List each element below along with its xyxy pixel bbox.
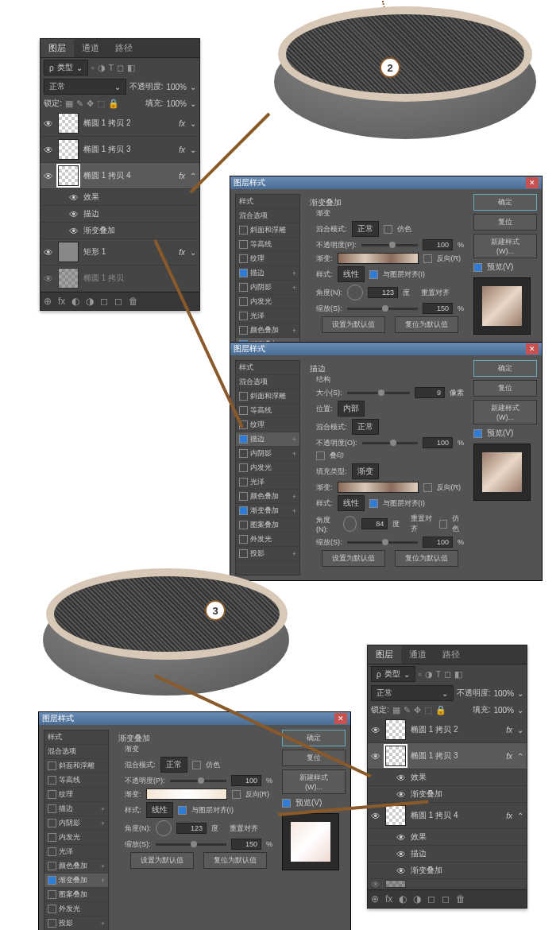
cancel-button[interactable]: 复位	[473, 214, 537, 231]
new-style-button[interactable]: 新建样式(W)...	[473, 234, 537, 258]
set-default-button[interactable]: 设置为默认值	[322, 316, 385, 333]
style-item[interactable]: 投影+	[44, 916, 108, 930]
tab-paths[interactable]: 路径	[107, 39, 141, 57]
layer-effect[interactable]: 👁渐变叠加	[41, 223, 199, 239]
filter-type[interactable]: ρ类型⌄	[371, 666, 415, 682]
style-item[interactable]: 斜面和浮雕	[44, 759, 108, 773]
visibility-icon[interactable]: 👁	[44, 118, 53, 128]
style-item[interactable]: 纹理	[236, 418, 299, 432]
style-item[interactable]: 斜面和浮雕	[236, 389, 299, 404]
style-list[interactable]: 样式 混合选项 斜面和浮雕 等高线 纹理 描边+ 内阴影+ 内发光 光泽 颜色叠…	[235, 360, 300, 575]
layer-row[interactable]: 👁椭圆 1 拷贝 2fx⌄	[368, 717, 527, 743]
layers-panel[interactable]: 图层 通道 路径 ρ类型⌄ ▫◑T◻◧ 正常⌄ 不透明度:100%⌄ 锁定: ▦…	[367, 645, 527, 909]
layer-effect[interactable]: 👁渐变叠加	[368, 862, 527, 879]
reset-default-button[interactable]: 复位为默认值	[395, 316, 458, 333]
style-item[interactable]: 颜色叠加+	[236, 324, 299, 338]
layer-effect[interactable]: 👁效果	[368, 829, 527, 846]
style-item[interactable]: 纹理	[236, 252, 299, 266]
style-item[interactable]: 内发光	[236, 461, 299, 475]
filter-icon[interactable]: ◧	[127, 63, 135, 73]
layer-effect[interactable]: 👁效果	[368, 769, 527, 786]
style-item[interactable]: 描边+	[44, 802, 108, 816]
gradient-swatch[interactable]	[338, 482, 419, 493]
blend-select[interactable]: 正常	[352, 419, 379, 435]
style-item[interactable]: 等高线	[44, 773, 108, 788]
close-icon[interactable]: ✕	[334, 713, 347, 724]
layer-effect[interactable]: 👁效果	[41, 189, 199, 206]
gradient-swatch[interactable]	[338, 253, 419, 264]
style-item[interactable]: 内发光	[44, 831, 108, 845]
tab-paths[interactable]: 路径	[434, 645, 468, 664]
ok-button[interactable]: 确定	[473, 360, 537, 377]
close-icon[interactable]: ✕	[526, 177, 539, 188]
reset-default-button[interactable]: 复位为默认值	[395, 550, 458, 567]
layer-row[interactable]: 👁矩形 1fx⌄	[41, 239, 199, 265]
opacity-value[interactable]: 100%	[166, 83, 187, 91]
tab-layers[interactable]: 图层	[368, 645, 401, 664]
filter-icon[interactable]: ▫	[91, 63, 95, 72]
tab-channels[interactable]: 通道	[401, 645, 434, 664]
style-item[interactable]: 内阴影+	[236, 281, 299, 295]
blend-mode[interactable]: 正常⌄	[371, 685, 454, 701]
layer-row[interactable]: 👁椭圆 1 拷贝 4fx⌃	[368, 803, 527, 829]
tab-layers[interactable]: 图层	[41, 39, 74, 57]
filter-type[interactable]: ρ类型⌄	[44, 60, 88, 76]
style-item[interactable]: 混合选项	[236, 375, 299, 389]
style-item[interactable]: 外发光	[236, 533, 299, 547]
layer-style-dialog[interactable]: 图层样式✕ 样式 混合选项 斜面和浮雕 等高线 纹理 描边+ 内阴影+ 内发光 …	[230, 342, 543, 581]
layer-effect[interactable]: 👁描边	[41, 206, 199, 223]
style-item[interactable]: 描边+	[236, 266, 299, 281]
style-item[interactable]: 斜面和浮雕	[236, 223, 299, 238]
style-item[interactable]: 光泽	[44, 845, 108, 859]
layer-row[interactable]: 👁椭圆 1 拷贝 4fx⌃	[41, 163, 199, 189]
style-item[interactable]: 内阴影+	[236, 447, 299, 461]
lock-icon[interactable]: ⬚	[97, 99, 105, 109]
fill-type-select[interactable]: 渐变	[352, 463, 379, 479]
lock-icon[interactable]: ▦	[65, 99, 73, 109]
style-item[interactable]: 颜色叠加+	[236, 490, 299, 504]
visibility-icon[interactable]: 👁	[44, 171, 53, 180]
style-list[interactable]: 样式 混合选项 斜面和浮雕 等高线 纹理 描边+ 内阴影+ 内发光 光泽 颜色叠…	[44, 730, 109, 930]
blend-mode[interactable]: 正常⌄	[44, 79, 126, 95]
set-default-button[interactable]: 设置为默认值	[322, 550, 385, 567]
blend-select[interactable]: 正常	[352, 221, 379, 237]
reset-default-button[interactable]: 复位为默认值	[203, 852, 267, 869]
layer-row[interactable]: 👁	[368, 879, 527, 889]
gradient-swatch[interactable]	[146, 789, 227, 800]
position-select[interactable]: 内部	[338, 401, 365, 417]
style-select[interactable]: 线性	[338, 266, 365, 282]
visibility-icon[interactable]: 👁	[44, 247, 53, 257]
fill-value[interactable]: 100%	[166, 99, 187, 108]
filter-icon[interactable]: ◑	[98, 63, 106, 73]
layer-row[interactable]: 👁椭圆 1 拷贝 2fx⌄	[41, 110, 199, 137]
close-icon[interactable]: ✕	[526, 343, 539, 355]
style-item[interactable]: 混合选项	[236, 209, 299, 223]
style-item[interactable]: 等高线	[236, 404, 299, 418]
layer-row[interactable]: 👁椭圆 1 拷贝 3fx⌄	[41, 137, 199, 163]
layers-panel[interactable]: 图层 通道 路径 ρ类型⌄ ▫ ◑ T ◻ ◧ 正常⌄ 不透明度: 100%⌄ …	[40, 38, 200, 311]
layer-effect[interactable]: 👁描边	[368, 846, 527, 862]
layer-effect[interactable]: 👁渐变叠加	[368, 786, 527, 803]
blend-select[interactable]: 正常	[160, 757, 187, 773]
lock-icon[interactable]: ✎	[76, 99, 83, 109]
layer-row[interactable]: 👁椭圆 1 拷贝 3fx⌃	[368, 743, 527, 769]
style-item[interactable]: 混合选项	[44, 745, 108, 759]
style-item[interactable]: 投影+	[236, 547, 299, 561]
style-item[interactable]: 等高线	[236, 238, 299, 252]
new-style-button[interactable]: 新建样式(W)...	[473, 400, 537, 424]
style-item[interactable]: 图案叠加	[44, 888, 108, 902]
style-item[interactable]: 描边+	[236, 432, 299, 447]
filter-icon[interactable]: T	[109, 63, 114, 72]
ok-button[interactable]: 确定	[473, 194, 537, 211]
lock-icon[interactable]: 🔒	[108, 99, 119, 109]
style-item[interactable]: 纹理	[44, 788, 108, 802]
style-item[interactable]: 外发光	[44, 902, 108, 916]
visibility-icon[interactable]: 👁	[44, 145, 53, 154]
set-default-button[interactable]: 设置为默认值	[130, 852, 194, 869]
style-item[interactable]: 光泽	[236, 309, 299, 324]
lock-icon[interactable]: ✥	[87, 99, 94, 109]
style-item[interactable]: 颜色叠加+	[44, 859, 108, 874]
filter-icon[interactable]: ◻	[117, 63, 124, 73]
style-item[interactable]: 内发光	[236, 295, 299, 309]
tab-channels[interactable]: 通道	[74, 39, 107, 57]
